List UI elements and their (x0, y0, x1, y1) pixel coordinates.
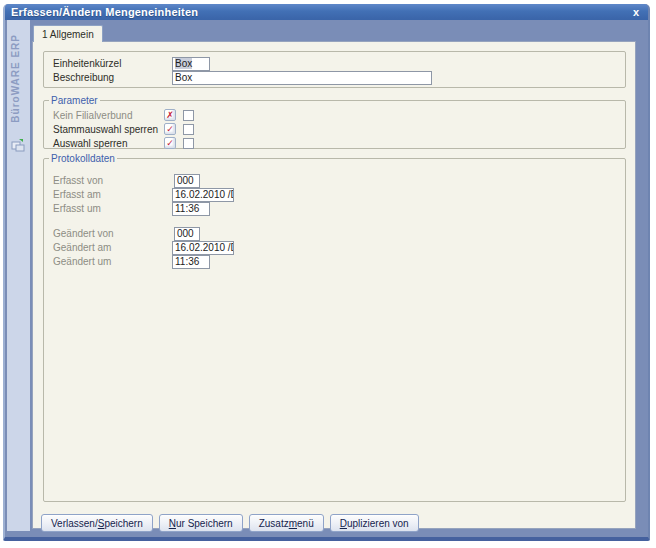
spacer (44, 216, 625, 227)
param-label: Stammauswahl sperren (53, 124, 164, 135)
changed-by-input[interactable]: 000 (174, 227, 200, 241)
window-title: Erfassen/Ändern Mengeneinheiten (11, 6, 630, 18)
unit-code-label: Einheitenkürzel (53, 58, 172, 69)
checked-state-icon[interactable]: ✓ (164, 123, 176, 135)
button-bar: Verlassen/Speichern Nur Speichern Zusatz… (41, 514, 635, 532)
description-label: Beschreibung (53, 72, 172, 83)
changed-at-input[interactable]: 11:36 (172, 255, 210, 269)
checkbox[interactable] (183, 110, 194, 121)
created-on-label: Erfasst am (53, 189, 172, 200)
selected-text: Box (175, 58, 192, 69)
field-row: Geändert um 11:36 (44, 255, 625, 268)
changed-on-label: Geändert am (53, 242, 172, 253)
brand-label: BüroWARE ERP (10, 34, 21, 123)
field-row: Erfasst von 000 (44, 174, 625, 187)
input-text: 16.02.2010 /Di (175, 189, 234, 200)
desktop: { "window": { "title": "Erfassen/Ändern … (0, 0, 656, 548)
duplicate-from-button[interactable]: Duplizieren von (330, 514, 419, 532)
checkbox[interactable] (183, 124, 194, 135)
group-parameter: Parameter Kein Filialverbund ✗ Stammausw… (43, 95, 626, 149)
group-parameter-title: Parameter (49, 95, 100, 106)
param-row: Stammauswahl sperren ✓ (44, 122, 625, 136)
field-row: Einheitenkürzel Box (44, 57, 625, 70)
input-text: 000 (177, 228, 194, 239)
field-row: Geändert am 16.02.2010 /Di (44, 241, 625, 254)
param-row: Auswahl sperren ✓ (44, 136, 625, 150)
input-text: 11:36 (175, 203, 199, 214)
input-text: 000 (177, 175, 194, 186)
close-icon[interactable]: x (630, 6, 642, 18)
side-rail: BüroWARE ERP (7, 20, 30, 531)
form-panel: Einheitenkürzel Box Beschreibung Box Par… (32, 41, 636, 529)
group-general: Einheitenkürzel Box Beschreibung Box (43, 51, 626, 88)
field-row: Geändert von 000 (44, 227, 625, 240)
created-by-input[interactable]: 000 (174, 174, 200, 188)
param-row: Kein Filialverbund ✗ (44, 108, 625, 122)
created-at-input[interactable]: 11:36 (172, 202, 210, 216)
param-label: Kein Filialverbund (53, 110, 164, 121)
group-protokoll: Protokolldaten Erfasst von 000 Erfasst a… (43, 153, 626, 502)
dialog-window: Erfassen/Ändern Mengeneinheiten x BüroWA… (3, 4, 650, 541)
created-on-input[interactable]: 16.02.2010 /Di (172, 188, 234, 202)
tab-allgemein[interactable]: 1 Allgemein (33, 25, 103, 42)
cascade-windows-icon[interactable] (11, 138, 25, 152)
group-protokoll-title: Protokolldaten (49, 153, 117, 164)
description-input[interactable]: Box (172, 71, 432, 85)
checked-state-icon[interactable]: ✓ (164, 137, 176, 149)
input-text: 16.02.2010 /Di (175, 242, 234, 253)
created-by-label: Erfasst von (53, 175, 172, 186)
changed-on-input[interactable]: 16.02.2010 /Di (172, 241, 234, 255)
input-text: Box (175, 72, 192, 83)
title-bar[interactable]: Erfassen/Ändern Mengeneinheiten x (5, 4, 648, 20)
field-row: Beschreibung Box (44, 71, 625, 84)
field-row: Erfasst um 11:36 (44, 202, 625, 215)
input-text: 11:36 (175, 256, 199, 267)
param-label: Auswahl sperren (53, 138, 164, 149)
created-at-label: Erfasst um (53, 203, 172, 214)
checkbox[interactable] (183, 138, 194, 149)
crossed-state-icon[interactable]: ✗ (164, 109, 176, 121)
changed-by-label: Geändert von (53, 228, 172, 239)
save-only-button[interactable]: Nur Speichern (159, 514, 243, 532)
unit-code-input[interactable]: Box (172, 57, 210, 71)
extra-menu-button[interactable]: Zusatzmenü (249, 514, 324, 532)
save-and-exit-button[interactable]: Verlassen/Speichern (41, 514, 153, 532)
changed-at-label: Geändert um (53, 256, 172, 267)
field-row: Erfasst am 16.02.2010 /Di (44, 188, 625, 201)
